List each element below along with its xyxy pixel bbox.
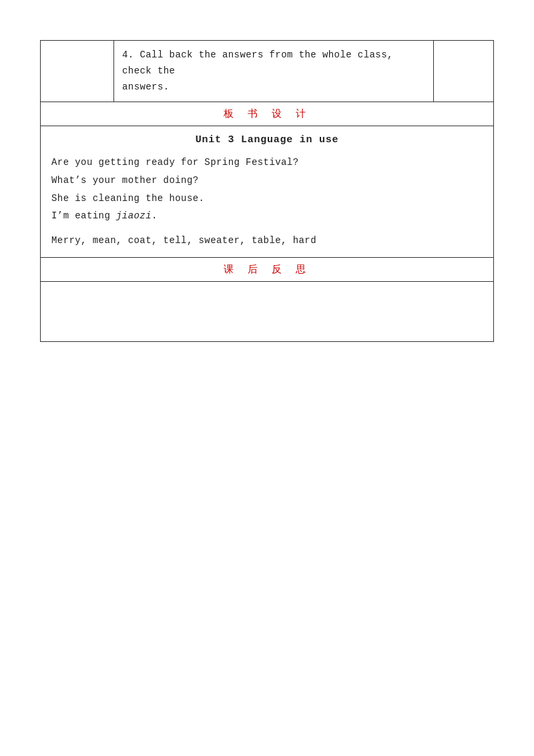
- blackboard-vocab: Merry, mean, coat, tell, sweater, table,…: [51, 232, 483, 250]
- blackboard-cell: Unit 3 Language in use Are you getting r…: [41, 126, 494, 258]
- blackboard-row: Unit 3 Language in use Are you getting r…: [41, 126, 494, 258]
- step4-left-cell: [41, 41, 114, 102]
- reflection-cell: [41, 282, 494, 342]
- step4-row: 4. Call back the answers from the whole …: [41, 41, 494, 102]
- step4-line1: 4. Call back the answers from the whole …: [122, 47, 425, 79]
- reflection-row: [41, 282, 494, 342]
- step4-line2: answers.: [122, 79, 425, 96]
- kehou-label: 课 后 反 思: [224, 264, 310, 276]
- kehou-row: 课 后 反 思: [41, 258, 494, 282]
- blackboard-line-2: What’s your mother doing?: [51, 172, 483, 190]
- blackboard-line-3: She is cleaning the house.: [51, 190, 483, 208]
- bangshu-row: 板 书 设 计: [41, 102, 494, 126]
- page-wrapper: 4. Call back the answers from the whole …: [0, 0, 534, 369]
- bangshu-cell: 板 书 设 计: [41, 102, 494, 126]
- blackboard-line-4: I’m eating jiaozi.: [51, 207, 483, 225]
- bangshu-label: 板 书 设 计: [224, 109, 310, 120]
- kehou-cell: 课 后 反 思: [41, 258, 494, 282]
- blackboard-title: Unit 3 Language in use: [51, 134, 483, 146]
- main-table: 4. Call back the answers from the whole …: [40, 40, 494, 342]
- step4-content-cell: 4. Call back the answers from the whole …: [114, 41, 434, 102]
- blackboard-line-1: Are you getting ready for Spring Festiva…: [51, 154, 483, 172]
- step4-right-cell: [434, 41, 494, 102]
